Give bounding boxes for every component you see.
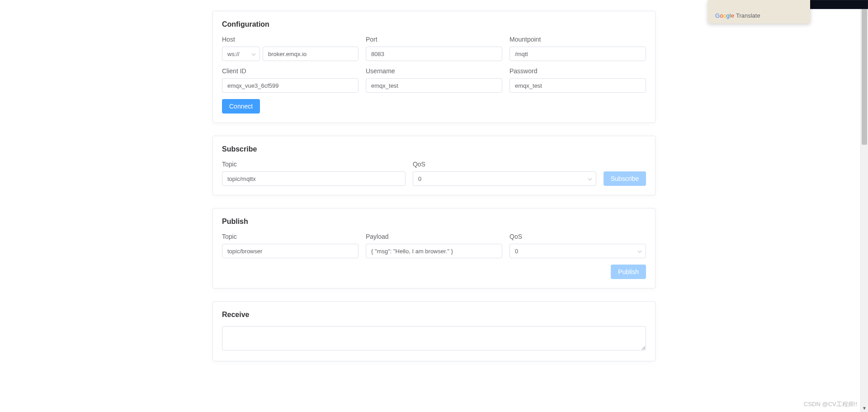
username-input[interactable] [366, 78, 502, 93]
mountpoint-label: Mountpoint [509, 36, 646, 43]
google-logo-text: Google [715, 12, 734, 19]
chevron-down-icon [637, 248, 642, 255]
receive-card: Receive [212, 301, 656, 361]
subscribe-qos-value: 0 [418, 175, 421, 182]
clientid-input[interactable] [222, 78, 359, 93]
protocol-select-value: ws:// [227, 51, 240, 57]
publish-qos-value: 0 [515, 248, 518, 255]
subscribe-title: Subscribe [222, 145, 646, 153]
receive-title: Receive [222, 311, 646, 319]
connect-button[interactable]: Connect [222, 99, 260, 114]
host-input[interactable] [263, 47, 359, 61]
publish-qos-select[interactable]: 0 [509, 244, 646, 258]
publish-payload-label: Payload [366, 233, 502, 240]
clientid-label: Client ID [222, 67, 359, 75]
publish-payload-input[interactable] [366, 244, 502, 258]
password-label: Password [509, 67, 646, 75]
chevron-down-icon [588, 175, 592, 182]
mountpoint-input[interactable] [509, 47, 646, 61]
subscribe-topic-label: Topic [222, 161, 406, 168]
subscribe-card: Subscribe Topic QoS 0 Su [212, 136, 656, 195]
port-input[interactable] [366, 47, 502, 61]
google-translate-popup[interactable]: Google Translate [708, 0, 810, 24]
chevron-down-icon [251, 51, 256, 57]
publish-button[interactable]: Publish [611, 265, 646, 279]
publish-topic-input[interactable] [222, 244, 359, 258]
password-input[interactable] [509, 78, 646, 93]
publish-qos-label: QoS [509, 233, 646, 240]
scrollbar-thumb[interactable] [862, 0, 867, 145]
subscribe-button[interactable]: Subscribe [604, 171, 646, 186]
configuration-title: Configuration [222, 20, 646, 28]
username-label: Username [366, 67, 502, 75]
publish-card: Publish Topic Payload QoS 0 [212, 208, 656, 289]
receive-textarea[interactable] [222, 326, 646, 350]
vertical-scrollbar[interactable]: ▲ ▼ [860, 0, 868, 385]
configuration-card: Configuration Host ws:// Port [212, 11, 656, 123]
publish-topic-label: Topic [222, 233, 359, 240]
translate-label: Translate [736, 12, 760, 19]
protocol-select[interactable]: ws:// [222, 47, 260, 61]
subscribe-qos-label: QoS [413, 161, 596, 168]
port-label: Port [366, 36, 502, 43]
host-label: Host [222, 36, 359, 43]
publish-title: Publish [222, 218, 646, 226]
subscribe-qos-select[interactable]: 0 [413, 171, 596, 186]
overlay-video-thumbnail [804, 0, 868, 9]
subscribe-topic-input[interactable] [222, 171, 406, 186]
